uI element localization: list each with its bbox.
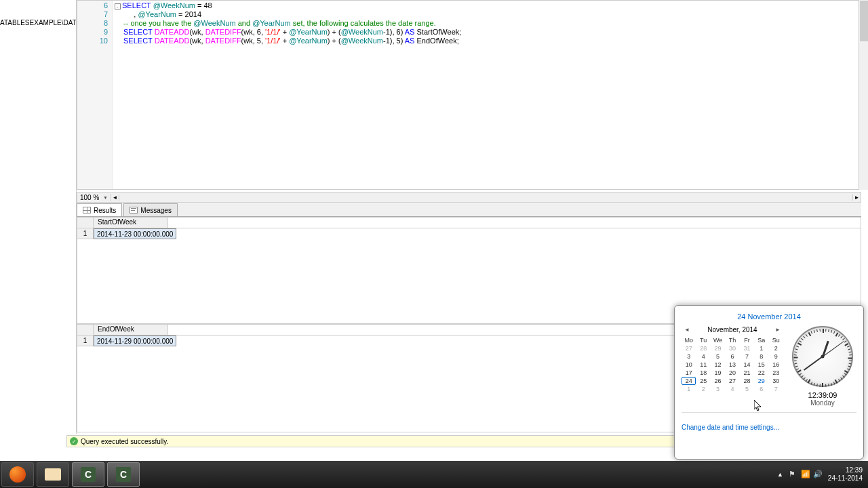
- row-number[interactable]: 1: [77, 228, 94, 239]
- tab-results[interactable]: Results: [77, 203, 122, 216]
- grid-corner[interactable]: [77, 218, 94, 228]
- taskbar-camtasia-1[interactable]: C: [72, 462, 104, 487]
- calendar-day[interactable]: 2: [769, 344, 783, 352]
- tab-messages[interactable]: Messages: [123, 203, 178, 216]
- calendar-day[interactable]: 15: [754, 361, 768, 369]
- calendar-day[interactable]: 3: [682, 352, 696, 361]
- calendar-day[interactable]: 5: [711, 352, 725, 361]
- column-header[interactable]: StartOfWeek: [94, 218, 168, 228]
- digital-time: 12:39:09: [789, 391, 856, 399]
- calendar-grid: MoTuWeThFrSaSu27282930311234567891011121…: [682, 336, 783, 393]
- calendar-popup: 24 November 2014 ◄ November, 2014 ► MoTu…: [674, 305, 864, 460]
- tab-messages-label: Messages: [140, 207, 172, 214]
- calendar-day[interactable]: 20: [725, 369, 739, 377]
- calendar-dow: Sa: [754, 336, 768, 344]
- calendar-month-label[interactable]: November, 2014: [707, 326, 757, 333]
- calendar-day[interactable]: 28: [740, 377, 754, 385]
- calendar-day[interactable]: 4: [725, 385, 739, 393]
- calendar-day[interactable]: 30: [725, 344, 739, 352]
- flag-icon[interactable]: ⚑: [789, 470, 798, 479]
- calendar-day[interactable]: 29: [711, 344, 725, 352]
- calendar-dow: Tu: [696, 336, 710, 344]
- folder-icon: [45, 468, 61, 481]
- editor-bottom-bar: 100 % ▼ ◄ ►: [77, 192, 861, 203]
- calendar-day[interactable]: 21: [740, 369, 754, 377]
- calendar-day[interactable]: 19: [711, 369, 725, 377]
- sql-editor[interactable]: 678910 -SELECT @WeekNum = 48 , @YearNum …: [77, 0, 861, 190]
- calendar-prev-month[interactable]: ◄: [682, 327, 692, 333]
- scrollbar-thumb[interactable]: [860, 1, 868, 41]
- calendar-day[interactable]: 8: [754, 352, 768, 361]
- grid-corner[interactable]: [77, 325, 94, 335]
- line-number-gutter: 678910: [77, 1, 113, 189]
- calendar-day[interactable]: 18: [696, 369, 710, 377]
- tree-node-text[interactable]: ATABLESEXAMPLE\DATA: [0, 19, 76, 26]
- network-icon[interactable]: 📶: [801, 470, 810, 479]
- calendar-day[interactable]: 27: [682, 344, 696, 352]
- zoom-value: 100 %: [80, 194, 99, 201]
- calendar-day[interactable]: 10: [682, 361, 696, 369]
- calendar-day[interactable]: 5: [740, 385, 754, 393]
- calendar-dow: Mo: [682, 336, 696, 344]
- calendar-day[interactable]: 2: [696, 385, 710, 393]
- calendar-day[interactable]: 12: [711, 361, 725, 369]
- calendar-day[interactable]: 7: [740, 352, 754, 361]
- status-message: Query executed successfully.: [81, 438, 168, 445]
- calendar-day[interactable]: 30: [769, 377, 783, 385]
- calendar-dow: Th: [725, 336, 739, 344]
- windows-taskbar[interactable]: C C ▲ ⚑ 📶 🔊 12:39 24-11-2014: [0, 461, 868, 488]
- change-datetime-link[interactable]: Change date and time settings...: [682, 424, 856, 431]
- calendar-day[interactable]: 28: [696, 344, 710, 352]
- taskbar-firefox[interactable]: [1, 462, 34, 487]
- editor-vertical-scrollbar[interactable]: [859, 0, 868, 190]
- calendar-day[interactable]: 1: [682, 385, 696, 393]
- code-content[interactable]: -SELECT @WeekNum = 48 , @YearNum = 2014-…: [113, 1, 861, 189]
- calendar-day[interactable]: 4: [696, 352, 710, 361]
- chevron-down-icon: ▼: [103, 195, 108, 200]
- calendar-day[interactable]: 26: [711, 377, 725, 385]
- taskbar-camtasia-2[interactable]: C: [107, 462, 140, 487]
- camtasia-icon: C: [116, 467, 131, 482]
- calendar-day[interactable]: 14: [740, 361, 754, 369]
- calendar-day[interactable]: 17: [682, 369, 696, 377]
- object-explorer-panel[interactable]: ATABLESEXAMPLE\DATA: [0, 0, 77, 434]
- calendar-day[interactable]: 6: [725, 352, 739, 361]
- calendar-day[interactable]: 6: [754, 385, 768, 393]
- results-tabs: Results Messages: [77, 203, 861, 217]
- hscroll-right-button[interactable]: ►: [852, 195, 861, 201]
- zoom-dropdown[interactable]: 100 % ▼: [77, 194, 111, 201]
- analog-clock: [792, 326, 853, 387]
- calendar-day[interactable]: 9: [769, 352, 783, 361]
- calendar-day[interactable]: 27: [725, 377, 739, 385]
- calendar-day[interactable]: 23: [769, 369, 783, 377]
- calendar-day[interactable]: 3: [711, 385, 725, 393]
- calendar-day[interactable]: 7: [769, 385, 783, 393]
- tray-time-text: 12:39: [828, 466, 863, 474]
- cell-value[interactable]: 2014-11-23 00:00:00.000: [94, 228, 176, 239]
- calendar-day[interactable]: 22: [754, 369, 768, 377]
- firefox-icon: [9, 466, 26, 483]
- table-row[interactable]: 1 2014-11-23 00:00:00.000: [77, 228, 861, 239]
- tray-overflow-icon[interactable]: ▲: [777, 471, 783, 478]
- success-icon: ✓: [70, 437, 78, 445]
- tray-clock[interactable]: 12:39 24-11-2014: [828, 466, 863, 483]
- calendar-day[interactable]: 1: [754, 344, 768, 352]
- hscroll-left-button[interactable]: ◄: [111, 195, 119, 201]
- calendar-day[interactable]: 24: [682, 377, 696, 385]
- calendar-dow: Fr: [740, 336, 754, 344]
- row-number[interactable]: 1: [77, 336, 94, 346]
- calendar-day[interactable]: 25: [696, 377, 710, 385]
- calendar-day[interactable]: 31: [740, 344, 754, 352]
- camtasia-icon: C: [81, 467, 96, 482]
- calendar-day[interactable]: 13: [725, 361, 739, 369]
- column-header[interactable]: EndOfWeek: [94, 325, 168, 335]
- taskbar-explorer[interactable]: [37, 462, 69, 487]
- cell-value[interactable]: 2014-11-29 00:00:00.000: [94, 336, 176, 346]
- system-tray[interactable]: ▲ ⚑ 📶 🔊 12:39 24-11-2014: [777, 466, 868, 483]
- calendar-next-month[interactable]: ►: [772, 327, 783, 333]
- calendar-day[interactable]: 16: [769, 361, 783, 369]
- volume-icon[interactable]: 🔊: [813, 470, 823, 479]
- calendar-day[interactable]: 11: [696, 361, 710, 369]
- grid-icon: [83, 207, 91, 214]
- calendar-day[interactable]: 29: [754, 377, 768, 385]
